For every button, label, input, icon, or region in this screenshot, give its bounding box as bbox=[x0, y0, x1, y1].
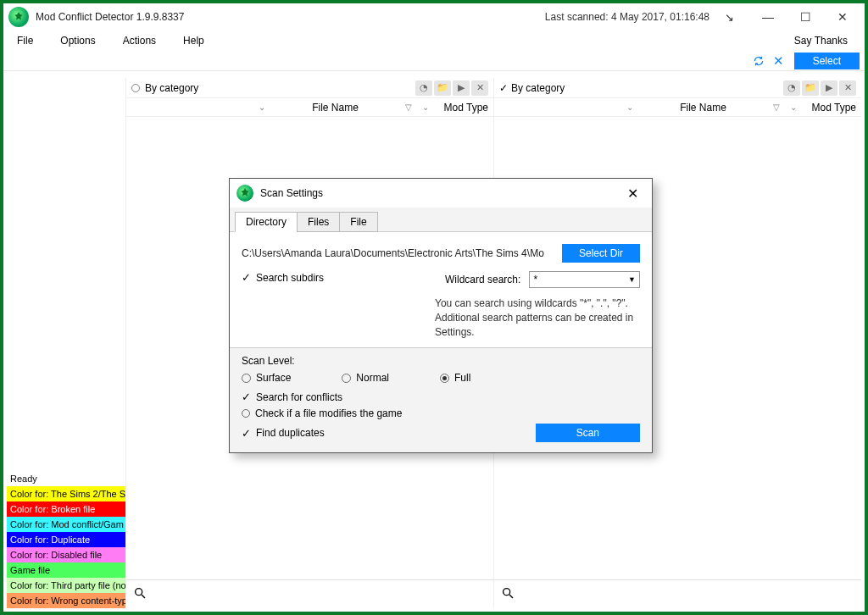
menu-actions[interactable]: Actions bbox=[118, 32, 161, 49]
col-file-name[interactable]: File Name bbox=[633, 102, 773, 114]
radio-icon bbox=[342, 374, 351, 383]
menu-help[interactable]: Help bbox=[178, 32, 209, 49]
wildcard-select[interactable]: * ▼ bbox=[529, 271, 640, 288]
by-category-label[interactable]: By category bbox=[145, 82, 198, 94]
chevron-down-icon[interactable]: ⌄ bbox=[147, 102, 265, 112]
check-icon: ✓ bbox=[242, 271, 251, 284]
svg-line-1 bbox=[142, 595, 145, 598]
chevron-down-icon[interactable]: ⌄ bbox=[515, 102, 633, 112]
scan-level-normal[interactable]: Normal bbox=[342, 372, 389, 384]
chart-icon[interactable]: ◔ bbox=[415, 80, 432, 96]
select-button[interactable]: Select bbox=[794, 53, 860, 69]
col-file-name[interactable]: File Name bbox=[265, 102, 405, 114]
dropdown-icon[interactable]: ↘ bbox=[725, 11, 734, 24]
legend-item: Color for: Third party file (no bbox=[7, 578, 125, 593]
filter-icon[interactable]: ▽ bbox=[773, 102, 790, 112]
search-subdirs-checkbox[interactable]: ✓ Search subdirs bbox=[242, 271, 324, 284]
directory-input[interactable] bbox=[242, 247, 554, 259]
app-title: Mod Conflict Detector 1.9.9.8337 bbox=[36, 11, 184, 23]
clear-icon[interactable]: ✕ bbox=[771, 53, 787, 69]
dialog-title: Scan Settings bbox=[260, 187, 323, 199]
scan-level-label: Scan Level: bbox=[242, 355, 640, 367]
search-icon[interactable] bbox=[501, 586, 515, 603]
legend-item: Color for: Mod conflict/Gam bbox=[7, 517, 125, 532]
close-button[interactable]: ✕ bbox=[824, 5, 861, 29]
check-icon: ✓ bbox=[242, 391, 251, 403]
folder-x-icon[interactable]: ✕ bbox=[471, 80, 488, 96]
legend-item: Color for: Disabled file bbox=[7, 547, 125, 562]
wildcard-value: * bbox=[533, 274, 537, 285]
scan-button[interactable]: Scan bbox=[536, 424, 640, 442]
tab-directory[interactable]: Directory bbox=[235, 212, 298, 232]
legend-item: Game file bbox=[7, 562, 125, 578]
find-duplicates-checkbox[interactable]: ✓ Find duplicates bbox=[242, 427, 325, 440]
legend-item: Color for: Wrong content-typ bbox=[7, 593, 125, 608]
status-ready: Ready bbox=[7, 471, 125, 486]
check-icon[interactable]: ✓ bbox=[499, 82, 508, 94]
check-icon: ✓ bbox=[242, 427, 251, 440]
last-scanned-label: Last scanned: 4 May 2017, 01:16:48 bbox=[545, 11, 709, 23]
radio-icon bbox=[440, 374, 449, 383]
tab-files[interactable]: Files bbox=[297, 212, 340, 232]
folder-play-icon[interactable]: ▶ bbox=[453, 80, 470, 96]
svg-line-3 bbox=[509, 595, 513, 598]
col-mod-type[interactable]: Mod Type bbox=[807, 102, 861, 114]
tab-file[interactable]: File bbox=[339, 212, 377, 232]
chevron-down-icon[interactable]: ⌄ bbox=[422, 102, 439, 112]
svg-point-0 bbox=[136, 588, 142, 595]
chevron-down-icon[interactable]: ⌄ bbox=[790, 102, 807, 112]
say-thanks-link[interactable]: Say Thanks bbox=[794, 35, 856, 47]
check-modifies-checkbox[interactable]: Check if a file modifies the game bbox=[242, 407, 640, 419]
by-category-label[interactable]: By category bbox=[511, 82, 565, 94]
menu-file[interactable]: File bbox=[12, 32, 38, 49]
radio-icon bbox=[242, 409, 250, 418]
select-dir-button[interactable]: Select Dir bbox=[562, 244, 640, 263]
minimize-button[interactable]: — bbox=[749, 5, 787, 29]
app-icon bbox=[8, 7, 29, 27]
filter-icon[interactable]: ▽ bbox=[405, 102, 422, 112]
folder-icon[interactable]: 📁 bbox=[802, 80, 819, 96]
wildcard-help-text: You can search using wildcards "*", ".",… bbox=[435, 296, 640, 339]
search-subdirs-label: Search subdirs bbox=[256, 272, 324, 284]
svg-point-2 bbox=[504, 588, 510, 595]
col-mod-type[interactable]: Mod Type bbox=[439, 102, 493, 114]
folder-play-icon[interactable]: ▶ bbox=[821, 80, 837, 96]
dialog-close-button[interactable]: ✕ bbox=[620, 186, 645, 202]
folder-x-icon[interactable]: ✕ bbox=[839, 80, 856, 96]
radio-icon[interactable] bbox=[131, 84, 140, 92]
legend-item: Color for: Duplicate bbox=[7, 532, 125, 547]
maximize-button[interactable]: ☐ bbox=[787, 5, 824, 29]
status-legend: Ready Color for: The Sims 2/The Sim Colo… bbox=[7, 471, 125, 608]
menu-options[interactable]: Options bbox=[55, 32, 100, 49]
wildcard-label: Wildcard search: bbox=[445, 274, 520, 285]
search-conflicts-checkbox[interactable]: ✓ Search for conflicts bbox=[242, 391, 640, 403]
chevron-down-icon: ▼ bbox=[628, 275, 636, 284]
legend-item: Color for: Broken file bbox=[7, 501, 125, 517]
folder-icon[interactable]: 📁 bbox=[434, 80, 451, 96]
search-icon[interactable] bbox=[133, 586, 147, 603]
refresh-icon[interactable] bbox=[750, 53, 767, 69]
app-icon bbox=[236, 185, 253, 202]
scan-level-surface[interactable]: Surface bbox=[242, 372, 291, 384]
scan-settings-dialog: Scan Settings ✕ Directory Files File Sel… bbox=[229, 178, 653, 453]
scan-level-full[interactable]: Full bbox=[440, 372, 470, 384]
chart-icon[interactable]: ◔ bbox=[783, 80, 800, 96]
legend-item: Color for: The Sims 2/The Sim bbox=[7, 486, 125, 501]
radio-icon bbox=[242, 374, 251, 383]
